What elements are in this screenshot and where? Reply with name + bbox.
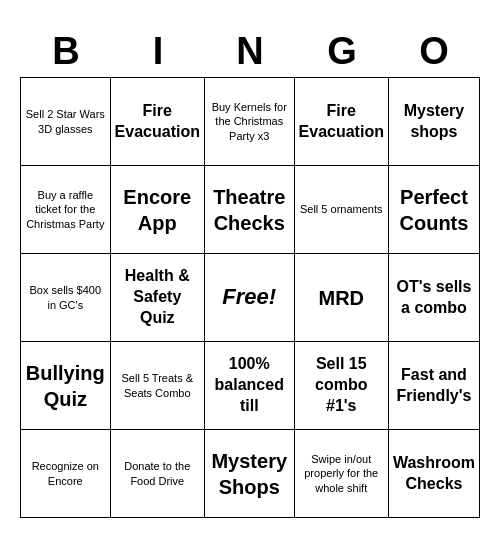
header-letter: G <box>300 30 384 73</box>
bingo-cell: Donate to the Food Drive <box>111 430 205 518</box>
bingo-cell: Encore App <box>111 166 205 254</box>
header-letter: O <box>392 30 476 73</box>
bingo-cell: Free! <box>205 254 295 342</box>
bingo-cell: OT's sells a combo <box>389 254 480 342</box>
bingo-cell: Washroom Checks <box>389 430 480 518</box>
bingo-cell: Fast and Friendly's <box>389 342 480 430</box>
bingo-cell: MRD <box>295 254 389 342</box>
bingo-cell: Swipe in/out properly for the whole shif… <box>295 430 389 518</box>
bingo-cell: Bullying Quiz <box>21 342 111 430</box>
header-letter: B <box>24 30 108 73</box>
bingo-card: BINGO Sell 2 Star Wars 3D glassesFire Ev… <box>20 26 480 518</box>
header-letter: N <box>208 30 292 73</box>
bingo-header: BINGO <box>20 26 480 77</box>
bingo-cell: Perfect Counts <box>389 166 480 254</box>
header-letter: I <box>116 30 200 73</box>
bingo-cell: Sell 15 combo #1's <box>295 342 389 430</box>
bingo-cell: Theatre Checks <box>205 166 295 254</box>
bingo-cell: Fire Evacuation <box>295 78 389 166</box>
bingo-cell: Health & Safety Quiz <box>111 254 205 342</box>
bingo-cell: Sell 5 ornaments <box>295 166 389 254</box>
bingo-cell: Sell 2 Star Wars 3D glasses <box>21 78 111 166</box>
bingo-cell: Recognize on Encore <box>21 430 111 518</box>
bingo-cell: Mystery shops <box>389 78 480 166</box>
bingo-cell: Buy Kernels for the Christmas Party x3 <box>205 78 295 166</box>
bingo-cell: Mystery Shops <box>205 430 295 518</box>
bingo-cell: Box sells $400 in GC's <box>21 254 111 342</box>
bingo-cell: Fire Evacuation <box>111 78 205 166</box>
bingo-cell: Buy a raffle ticket for the Christmas Pa… <box>21 166 111 254</box>
bingo-cell: Sell 5 Treats & Seats Combo <box>111 342 205 430</box>
bingo-grid: Sell 2 Star Wars 3D glassesFire Evacuati… <box>20 77 480 518</box>
bingo-cell: 100% balanced till <box>205 342 295 430</box>
